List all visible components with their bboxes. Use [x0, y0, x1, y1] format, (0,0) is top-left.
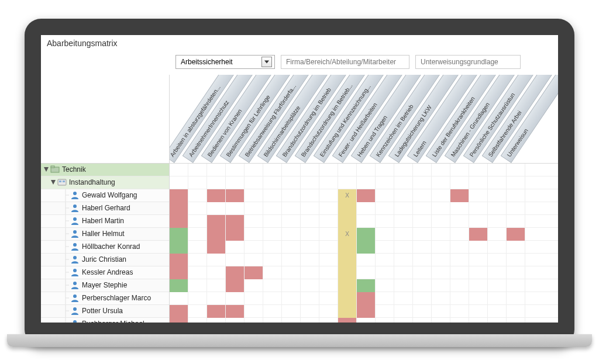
- grid-cell[interactable]: [357, 176, 376, 189]
- category-select[interactable]: Arbeitssicherheit: [175, 55, 275, 69]
- grid-cell[interactable]: [188, 176, 207, 189]
- grid-cell[interactable]: [170, 164, 188, 176]
- grid-cell[interactable]: [226, 305, 245, 318]
- grid-cell[interactable]: [507, 305, 525, 318]
- tree-person-row[interactable]: Puchberger Michael: [41, 318, 169, 323]
- column-header[interactable]: Unterweisun: [511, 75, 530, 163]
- grid-cell[interactable]: [413, 292, 432, 305]
- tree-person-row[interactable]: Potter Ursula: [41, 305, 169, 318]
- grid-cell[interactable]: [450, 176, 469, 189]
- grid-cell[interactable]: [207, 228, 226, 241]
- grid-cell[interactable]: [488, 202, 507, 215]
- grid-cell[interactable]: [413, 228, 432, 241]
- grid-cell[interactable]: [450, 292, 469, 305]
- grid-cell[interactable]: [263, 176, 282, 189]
- grid-cell[interactable]: [432, 254, 450, 266]
- grid-cell[interactable]: [432, 228, 450, 241]
- grid-cell[interactable]: [507, 164, 525, 176]
- grid-cell[interactable]: [319, 176, 338, 189]
- grid-cell[interactable]: [432, 318, 450, 323]
- grid-cell[interactable]: [507, 254, 525, 266]
- grid-cell[interactable]: [207, 254, 226, 266]
- grid-cell[interactable]: [357, 241, 376, 254]
- grid-cell[interactable]: [338, 202, 357, 215]
- grid-cell[interactable]: [319, 318, 338, 323]
- grid-cell[interactable]: [301, 266, 319, 279]
- grid-cell[interactable]: [282, 215, 301, 228]
- grid-cell[interactable]: [357, 202, 376, 215]
- grid-cell[interactable]: [394, 254, 413, 266]
- grid-cell[interactable]: [469, 292, 488, 305]
- grid-cell[interactable]: [469, 164, 488, 176]
- grid-cell[interactable]: [450, 279, 469, 292]
- tree-person-row[interactable]: Kessler Andreas: [41, 266, 169, 279]
- grid-cell[interactable]: [394, 164, 413, 176]
- grid-cell[interactable]: [282, 176, 301, 189]
- grid-cell[interactable]: [413, 254, 432, 266]
- grid-cell[interactable]: [245, 176, 263, 189]
- grid-cell[interactable]: [207, 305, 226, 318]
- grid-cell[interactable]: [469, 176, 488, 189]
- grid-cell[interactable]: [394, 215, 413, 228]
- grid-cell[interactable]: [488, 228, 507, 241]
- grid-cell[interactable]: [507, 189, 525, 202]
- grid-cell[interactable]: [301, 318, 319, 323]
- grid-cell[interactable]: [245, 266, 263, 279]
- grid-cell[interactable]: [450, 241, 469, 254]
- grid-cell[interactable]: [188, 305, 207, 318]
- grid-cell[interactable]: [394, 189, 413, 202]
- grid-cell[interactable]: [338, 266, 357, 279]
- grid-cell[interactable]: [469, 215, 488, 228]
- grid-cell[interactable]: [301, 254, 319, 266]
- grid-cell[interactable]: [301, 202, 319, 215]
- grid-cell[interactable]: [319, 228, 338, 241]
- grid-cell[interactable]: [226, 254, 245, 266]
- grid-cell[interactable]: [450, 228, 469, 241]
- grid-cell[interactable]: [507, 176, 525, 189]
- grid-cell[interactable]: [376, 266, 394, 279]
- grid-cell[interactable]: [469, 266, 488, 279]
- grid-cell[interactable]: [488, 189, 507, 202]
- grid-cell[interactable]: [469, 228, 488, 241]
- grid-cell[interactable]: [488, 292, 507, 305]
- tree-person-row[interactable]: Haberl Gerhard: [41, 202, 169, 215]
- grid-cell[interactable]: [226, 228, 245, 241]
- grid-cell[interactable]: [507, 266, 525, 279]
- grid-cell[interactable]: [469, 202, 488, 215]
- grid-cell[interactable]: [432, 292, 450, 305]
- grid-cell[interactable]: [394, 176, 413, 189]
- grid-cell[interactable]: [488, 176, 507, 189]
- grid-cell[interactable]: [450, 305, 469, 318]
- tree-folder-row[interactable]: Technik: [41, 164, 169, 176]
- grid-cell[interactable]: [507, 279, 525, 292]
- grid-cell[interactable]: [357, 189, 376, 202]
- grid-cell[interactable]: [282, 228, 301, 241]
- grid-cell[interactable]: [188, 189, 207, 202]
- grid-cell[interactable]: [282, 189, 301, 202]
- grid-cell[interactable]: [301, 164, 319, 176]
- grid-cell[interactable]: [207, 318, 226, 323]
- grid-cell[interactable]: [170, 305, 188, 318]
- grid-cell[interactable]: [488, 164, 507, 176]
- grid-cell[interactable]: [263, 241, 282, 254]
- grid-cell[interactable]: [507, 215, 525, 228]
- grid-cell[interactable]: [263, 305, 282, 318]
- grid-cell[interactable]: [263, 202, 282, 215]
- grid-cell[interactable]: [188, 266, 207, 279]
- grid-cell[interactable]: [488, 305, 507, 318]
- grid-cell[interactable]: [394, 318, 413, 323]
- grid-cell[interactable]: [207, 266, 226, 279]
- expand-icon[interactable]: [50, 179, 56, 185]
- grid-cell[interactable]: [245, 228, 263, 241]
- grid-cell[interactable]: [263, 266, 282, 279]
- grid-cell[interactable]: [226, 176, 245, 189]
- grid-cell[interactable]: X: [338, 189, 357, 202]
- grid-cell[interactable]: [226, 241, 245, 254]
- grid-cell[interactable]: [357, 254, 376, 266]
- grid-cell[interactable]: [207, 241, 226, 254]
- grid-cell[interactable]: [469, 189, 488, 202]
- grid-cell[interactable]: [413, 164, 432, 176]
- grid-cell[interactable]: [413, 189, 432, 202]
- grid-cell[interactable]: [207, 279, 226, 292]
- grid-cell[interactable]: [207, 215, 226, 228]
